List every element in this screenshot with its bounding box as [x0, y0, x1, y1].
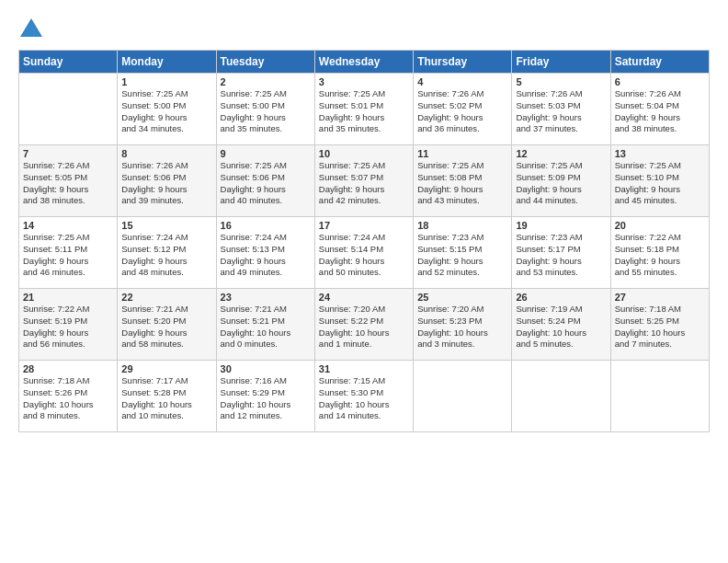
cell-week4-day2: 22Sunrise: 7:21 AM Sunset: 5:20 PM Dayli… [118, 289, 216, 361]
cell-info: Sunrise: 7:25 AM Sunset: 5:09 PM Dayligh… [516, 160, 606, 207]
col-header-sunday: Sunday [19, 51, 118, 74]
cell-info: Sunrise: 7:24 AM Sunset: 5:14 PM Dayligh… [319, 232, 409, 279]
logo-icon [18, 17, 44, 42]
day-number: 23 [221, 292, 311, 303]
cell-week3-day3: 16Sunrise: 7:24 AM Sunset: 5:13 PM Dayli… [216, 217, 314, 289]
week-row-5: 28Sunrise: 7:18 AM Sunset: 5:26 PM Dayli… [19, 361, 710, 432]
cell-week2-day7: 13Sunrise: 7:25 AM Sunset: 5:10 PM Dayli… [610, 145, 709, 217]
day-number: 29 [121, 363, 211, 374]
cell-week5-day3: 30Sunrise: 7:16 AM Sunset: 5:29 PM Dayli… [216, 361, 314, 432]
col-header-saturday: Saturday [610, 51, 709, 74]
day-number: 16 [221, 220, 311, 231]
cell-info: Sunrise: 7:20 AM Sunset: 5:23 PM Dayligh… [417, 304, 507, 350]
cell-info: Sunrise: 7:18 AM Sunset: 5:26 PM Dayligh… [23, 375, 113, 422]
header [18, 17, 710, 42]
cell-week5-day6 [512, 361, 610, 432]
col-header-thursday: Thursday [414, 51, 512, 74]
cell-info: Sunrise: 7:23 AM Sunset: 5:17 PM Dayligh… [516, 232, 606, 279]
cell-week5-day4: 31Sunrise: 7:15 AM Sunset: 5:30 PM Dayli… [314, 361, 413, 432]
week-row-3: 14Sunrise: 7:25 AM Sunset: 5:11 PM Dayli… [19, 217, 710, 289]
cell-week1-day7: 6Sunrise: 7:26 AM Sunset: 5:04 PM Daylig… [610, 74, 709, 145]
cell-week5-day1: 28Sunrise: 7:18 AM Sunset: 5:26 PM Dayli… [19, 361, 118, 432]
cell-week1-day4: 3Sunrise: 7:25 AM Sunset: 5:01 PM Daylig… [314, 74, 413, 145]
cell-week3-day4: 17Sunrise: 7:24 AM Sunset: 5:14 PM Dayli… [314, 217, 413, 289]
day-number: 11 [417, 148, 507, 159]
cell-info: Sunrise: 7:26 AM Sunset: 5:04 PM Dayligh… [615, 88, 705, 135]
col-header-wednesday: Wednesday [314, 51, 413, 74]
cell-info: Sunrise: 7:25 AM Sunset: 5:00 PM Dayligh… [121, 88, 211, 135]
cell-week2-day6: 12Sunrise: 7:25 AM Sunset: 5:09 PM Dayli… [512, 145, 610, 217]
cell-week3-day5: 18Sunrise: 7:23 AM Sunset: 5:15 PM Dayli… [414, 217, 512, 289]
day-number: 19 [516, 220, 606, 231]
cell-week2-day3: 9Sunrise: 7:25 AM Sunset: 5:06 PM Daylig… [216, 145, 314, 217]
cell-info: Sunrise: 7:25 AM Sunset: 5:01 PM Dayligh… [319, 88, 409, 135]
day-number: 13 [615, 148, 705, 159]
cell-week1-day3: 2Sunrise: 7:25 AM Sunset: 5:00 PM Daylig… [216, 74, 314, 145]
cell-info: Sunrise: 7:24 AM Sunset: 5:12 PM Dayligh… [121, 232, 211, 279]
cell-week4-day4: 24Sunrise: 7:20 AM Sunset: 5:22 PM Dayli… [314, 289, 413, 361]
cell-info: Sunrise: 7:20 AM Sunset: 5:22 PM Dayligh… [319, 304, 409, 350]
day-number: 28 [23, 363, 113, 374]
cell-week3-day7: 20Sunrise: 7:22 AM Sunset: 5:18 PM Dayli… [610, 217, 709, 289]
day-number: 31 [319, 363, 409, 374]
day-number: 25 [417, 292, 507, 303]
week-row-1: 1Sunrise: 7:25 AM Sunset: 5:00 PM Daylig… [19, 74, 710, 145]
cell-info: Sunrise: 7:25 AM Sunset: 5:06 PM Dayligh… [221, 160, 311, 207]
day-number: 8 [121, 148, 211, 159]
day-number: 12 [516, 148, 606, 159]
cell-info: Sunrise: 7:15 AM Sunset: 5:30 PM Dayligh… [319, 375, 409, 422]
cell-info: Sunrise: 7:26 AM Sunset: 5:02 PM Dayligh… [417, 88, 507, 135]
cell-week3-day1: 14Sunrise: 7:25 AM Sunset: 5:11 PM Dayli… [19, 217, 118, 289]
day-number: 2 [221, 76, 311, 87]
week-row-4: 21Sunrise: 7:22 AM Sunset: 5:19 PM Dayli… [19, 289, 710, 361]
cell-info: Sunrise: 7:26 AM Sunset: 5:06 PM Dayligh… [121, 160, 211, 207]
cell-week2-day4: 10Sunrise: 7:25 AM Sunset: 5:07 PM Dayli… [314, 145, 413, 217]
day-number: 14 [23, 220, 113, 231]
cell-info: Sunrise: 7:22 AM Sunset: 5:19 PM Dayligh… [23, 304, 113, 350]
day-number: 21 [23, 292, 113, 303]
cell-info: Sunrise: 7:22 AM Sunset: 5:18 PM Dayligh… [615, 232, 705, 279]
cell-info: Sunrise: 7:26 AM Sunset: 5:03 PM Dayligh… [516, 88, 606, 135]
cell-week4-day5: 25Sunrise: 7:20 AM Sunset: 5:23 PM Dayli… [414, 289, 512, 361]
cell-week3-day6: 19Sunrise: 7:23 AM Sunset: 5:17 PM Dayli… [512, 217, 610, 289]
cell-info: Sunrise: 7:17 AM Sunset: 5:28 PM Dayligh… [121, 375, 211, 422]
day-number: 30 [221, 363, 311, 374]
day-number: 17 [319, 220, 409, 231]
calendar-table: SundayMondayTuesdayWednesdayThursdayFrid… [18, 50, 710, 432]
day-number: 7 [23, 148, 113, 159]
cell-info: Sunrise: 7:21 AM Sunset: 5:21 PM Dayligh… [221, 304, 311, 350]
cell-info: Sunrise: 7:24 AM Sunset: 5:13 PM Dayligh… [221, 232, 311, 279]
cell-info: Sunrise: 7:18 AM Sunset: 5:25 PM Dayligh… [615, 304, 705, 350]
logo [18, 17, 48, 42]
cell-week4-day3: 23Sunrise: 7:21 AM Sunset: 5:21 PM Dayli… [216, 289, 314, 361]
cell-week2-day2: 8Sunrise: 7:26 AM Sunset: 5:06 PM Daylig… [118, 145, 216, 217]
cell-info: Sunrise: 7:25 AM Sunset: 5:07 PM Dayligh… [319, 160, 409, 207]
cell-info: Sunrise: 7:25 AM Sunset: 5:08 PM Dayligh… [417, 160, 507, 207]
day-number: 10 [319, 148, 409, 159]
cell-week3-day2: 15Sunrise: 7:24 AM Sunset: 5:12 PM Dayli… [118, 217, 216, 289]
cell-week5-day7 [610, 361, 709, 432]
cell-week4-day7: 27Sunrise: 7:18 AM Sunset: 5:25 PM Dayli… [610, 289, 709, 361]
cell-info: Sunrise: 7:21 AM Sunset: 5:20 PM Dayligh… [121, 304, 211, 350]
day-number: 22 [121, 292, 211, 303]
cell-info: Sunrise: 7:19 AM Sunset: 5:24 PM Dayligh… [516, 304, 606, 350]
day-number: 24 [319, 292, 409, 303]
header-row: SundayMondayTuesdayWednesdayThursdayFrid… [19, 51, 710, 74]
day-number: 18 [417, 220, 507, 231]
cell-info: Sunrise: 7:25 AM Sunset: 5:10 PM Dayligh… [615, 160, 705, 207]
day-number: 9 [221, 148, 311, 159]
col-header-friday: Friday [512, 51, 610, 74]
cell-info: Sunrise: 7:26 AM Sunset: 5:05 PM Dayligh… [23, 160, 113, 207]
cell-week1-day5: 4Sunrise: 7:26 AM Sunset: 5:02 PM Daylig… [414, 74, 512, 145]
cell-week4-day6: 26Sunrise: 7:19 AM Sunset: 5:24 PM Dayli… [512, 289, 610, 361]
page: SundayMondayTuesdayWednesdayThursdayFrid… [0, 0, 728, 442]
cell-week5-day5 [414, 361, 512, 432]
col-header-tuesday: Tuesday [216, 51, 314, 74]
day-number: 26 [516, 292, 606, 303]
cell-week2-day1: 7Sunrise: 7:26 AM Sunset: 5:05 PM Daylig… [19, 145, 118, 217]
day-number: 1 [121, 76, 211, 87]
day-number: 5 [516, 76, 606, 87]
week-row-2: 7Sunrise: 7:26 AM Sunset: 5:05 PM Daylig… [19, 145, 710, 217]
day-number: 15 [121, 220, 211, 231]
cell-info: Sunrise: 7:25 AM Sunset: 5:11 PM Dayligh… [23, 232, 113, 279]
